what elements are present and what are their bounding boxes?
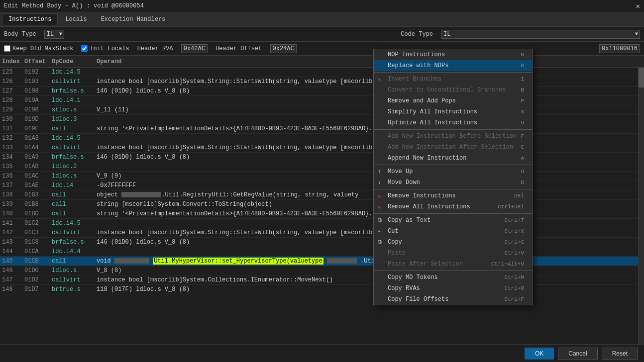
menu-item-move-up[interactable]: ↑Move UpU: [374, 166, 532, 177]
menu-item-shortcut-move-up: U: [521, 169, 524, 175]
table-row[interactable]: 13601ACldloc.sV_9 (9): [0, 172, 638, 181]
menu-item-shortcut-simplify-all: S: [521, 109, 524, 115]
cell-index: 142: [0, 229, 22, 236]
cell-index: 146: [0, 267, 22, 274]
menu-item-simplify-all[interactable]: Simplify All InstructionsS: [374, 106, 532, 117]
scrollbar-thumb[interactable]: [639, 68, 644, 88]
table-row[interactable]: 14601D0ldloc.sV_8 (8): [0, 266, 638, 275]
table-row[interactable]: 14101C2ldc.i4.5: [0, 219, 638, 228]
init-locals-checkbox[interactable]: [81, 45, 88, 52]
col-opcode: OpCode: [50, 58, 95, 65]
table-row[interactable]: 14801D7brtrue.s118 (017F) ldloc.s V_8 (8…: [0, 285, 638, 294]
cell-index: 128: [0, 97, 22, 104]
table-row[interactable]: 129019Bstloc.sV_11 (11): [0, 105, 638, 115]
cell-operand: 146 (01D0) ldloc.s V_8 (8): [95, 239, 638, 246]
cell-opcode: ldloc.s: [50, 267, 95, 274]
table-row[interactable]: 13701AEldc.i4-0x7FFFFFFF: [0, 181, 638, 190]
scrollbar[interactable]: [638, 68, 644, 344]
reset-button[interactable]: Reset: [602, 348, 638, 360]
menu-item-move-down[interactable]: ↓Move DownD: [374, 177, 532, 188]
table-row[interactable]: 14001BDcallstring '<PrivateImplementatio…: [0, 209, 638, 219]
tab-exception-handlers[interactable]: Exception Handlers: [95, 13, 172, 25]
menu-item-shortcut-cut: Ctrl+X: [504, 228, 524, 234]
table-row[interactable]: 1260193callvirtinstance bool [mscorlib]S…: [0, 77, 638, 87]
cell-operand: 146 (01D0) ldloc.s V_8 (8): [95, 154, 638, 161]
table-row[interactable]: 14701D2callvirtinstance bool [mscorlib]S…: [0, 275, 638, 285]
cell-index: 141: [0, 220, 22, 227]
instruction-table[interactable]: 1250192ldc.i4.51260193callvirtinstance b…: [0, 68, 638, 344]
cell-opcode: callvirt: [50, 276, 95, 283]
table-row[interactable]: 13201A3ldc.i4.5: [0, 134, 638, 143]
menu-item-label-convert-unconditional: Convert to Unconditional Branches: [388, 87, 506, 93]
menu-item-label-copy: Copy: [388, 239, 402, 246]
header-offset-label: Header Offset: [215, 45, 262, 52]
cell-operand: V_8 (8): [95, 267, 638, 274]
cell-opcode: ldc.i4.5: [50, 69, 95, 76]
table-row[interactable]: 131019Ecallstring '<PrivateImplementatio…: [0, 124, 638, 134]
menu-item-optimize-all[interactable]: Optimize All InstructionsO: [374, 117, 532, 128]
table-row[interactable]: 14201C3callvirtinstance bool [mscorlib]S…: [0, 228, 638, 238]
cell-operand: -0x7FFFFFFF: [95, 182, 638, 189]
table-row[interactable]: 13501ABldloc.2: [0, 162, 638, 172]
table-row[interactable]: 13901B8callstring [mscorlib]System.Conve…: [0, 200, 638, 209]
menu-item-label-remove-all: Remove All Instructions: [388, 203, 470, 210]
menu-item-nop-instructions[interactable]: NOP InstructionsN: [374, 49, 532, 60]
menu-item-label-copy-as-text: Copy as Text: [388, 217, 430, 224]
menu-item-remove-add-pops[interactable]: Remove and Add PopsP: [374, 95, 532, 106]
ok-button[interactable]: OK: [525, 348, 554, 360]
cell-index: 125: [0, 69, 22, 76]
menu-item-label-copy-file-offsets: Copy File Offsets: [388, 296, 448, 303]
menu-item-remove-all[interactable]: ✕Remove All InstructionsCtrl+Del: [374, 201, 532, 212]
keep-old-maxstack-checkbox[interactable]: [4, 45, 10, 52]
cell-opcode: ldc.i4: [50, 182, 95, 189]
col-operand: Operand: [95, 58, 644, 65]
body-type-dropdown[interactable]: IL ▼: [44, 30, 64, 39]
menu-separator: [374, 189, 532, 189]
menu-item-copy-md-tokens[interactable]: Copy MD TokensCtrl+M: [374, 272, 532, 283]
cancel-button[interactable]: Cancel: [558, 348, 597, 360]
menu-item-copy-rvas[interactable]: Copy RVAsCtrl+R: [374, 283, 532, 294]
cell-operand: object .Util.RegistryUtil::GetRegValue(s…: [95, 191, 638, 198]
cell-opcode: callvirt: [50, 78, 95, 85]
cell-index: 131: [0, 125, 22, 132]
cell-operand: instance bool [mscorlib]System.String::S…: [95, 144, 638, 151]
tab-locals[interactable]: Locals: [59, 13, 93, 25]
menu-item-label-optimize-all: Optimize All Instructions: [388, 119, 477, 126]
menu-item-copy-file-offsets[interactable]: Copy File OffsetsCtrl+F: [374, 294, 532, 305]
cell-opcode: call: [50, 201, 95, 208]
cell-opcode: stloc.s: [50, 106, 95, 113]
menu-item-append-new[interactable]: Append New InstructionA: [374, 153, 532, 164]
menu-item-shortcut-paste: Ctrl+V: [504, 250, 524, 256]
table-row[interactable]: 14501CBcallvoid Util.MyHyperVisor::set_H…: [0, 257, 638, 266]
menu-item-remove-instructions[interactable]: ✕Remove InstructionsDel: [374, 190, 532, 201]
menu-item-add-before: Add New Instruction Before SelectionF: [374, 131, 532, 142]
table-row[interactable]: 14301C8brfalse.s146 (01D0) ldloc.s V_8 (…: [0, 238, 638, 247]
cell-offset: 01A3: [22, 135, 50, 142]
table-row[interactable]: 130019Dldloc.3: [0, 115, 638, 124]
menu-item-copy-as-text[interactable]: ⧉Copy as TextCtrl+T: [374, 215, 532, 226]
tab-instructions[interactable]: Instructions: [2, 13, 58, 25]
cell-offset: 019E: [22, 125, 50, 132]
table-row[interactable]: 1270198brfalse.s146 (01D0) ldloc.s V_8 (…: [0, 87, 638, 96]
table-row[interactable]: 1250192ldc.i4.5: [0, 68, 638, 77]
table-row[interactable]: 13301A4callvirtinstance bool [mscorlib]S…: [0, 143, 638, 153]
code-type-dropdown[interactable]: IL ▼: [441, 30, 640, 39]
menu-item-cut[interactable]: ✂CutCtrl+X: [374, 226, 532, 237]
cell-offset: 01CA: [22, 248, 50, 255]
close-icon[interactable]: ✕: [636, 2, 640, 10]
menu-item-shortcut-convert-unconditional: B: [521, 87, 524, 93]
cell-operand: instance bool [mscorlib]System.String::S…: [95, 78, 638, 85]
cell-offset: 01B8: [22, 201, 50, 208]
table-row[interactable]: 13401A9brfalse.s146 (01D0) ldloc.s V_8 (…: [0, 153, 638, 162]
table-row[interactable]: 128019Aldc.i4.1: [0, 96, 638, 105]
cell-opcode: brfalse.s: [50, 154, 95, 161]
table-row[interactable]: 13801B3callobject .Util.RegistryUtil::Ge…: [0, 190, 638, 200]
cell-index: 129: [0, 106, 22, 113]
menu-item-add-after: Add New Instruction After SelectionC: [374, 142, 532, 153]
menu-item-replace-with-nops[interactable]: Replace with NOPsR: [374, 60, 532, 71]
cell-offset: 01AE: [22, 182, 50, 189]
menu-item-label-simplify-all: Simplify All Instructions: [388, 108, 477, 115]
table-row[interactable]: 14401CAldc.i4.4: [0, 247, 638, 257]
menu-item-shortcut-replace-with-nops: R: [521, 63, 524, 69]
menu-item-copy[interactable]: ⧉CopyCtrl+C: [374, 237, 532, 248]
